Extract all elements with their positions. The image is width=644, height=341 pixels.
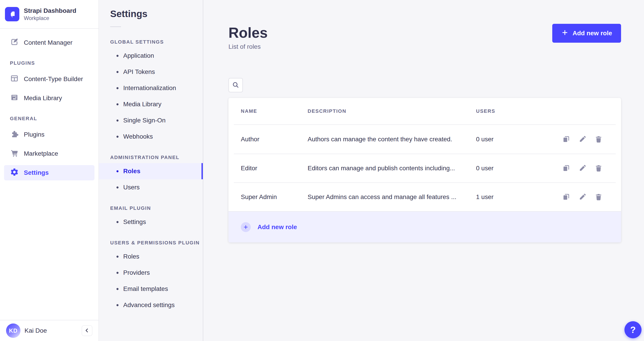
table-row-editor[interactable]: Editor Editors can manage and publish co… — [234, 154, 616, 182]
subnav-item-label: Webhooks — [123, 133, 153, 140]
strapi-logo-icon — [5, 7, 19, 21]
sidebar-item-label: Media Library — [24, 95, 62, 102]
subnav-item-label: Media Library — [123, 101, 162, 108]
subnav-item-label: Providers — [123, 269, 150, 276]
section-label-plugins: PLUGINS — [10, 60, 94, 66]
column-header-name: NAME — [234, 108, 308, 114]
plus-icon — [561, 29, 568, 38]
toolbar — [228, 78, 621, 92]
trash-icon — [594, 164, 603, 172]
media-library-icon — [10, 93, 19, 104]
help-button[interactable]: ? — [624, 321, 642, 338]
table-footer-label: Add new role — [258, 224, 297, 231]
add-new-role-button[interactable]: Add new role — [552, 24, 621, 43]
user-avatar[interactable]: KD — [6, 324, 20, 338]
sidebar-item-media-library[interactable]: Media Library — [4, 90, 94, 106]
subnav-item-roles-admin[interactable]: Roles — [99, 163, 203, 179]
subnav-section-global-settings: GLOBAL SETTINGS Application API Tokens I… — [99, 39, 203, 145]
cart-icon — [10, 148, 19, 159]
table-row-super-admin[interactable]: Super Admin Super Admins can access and … — [234, 182, 616, 211]
subnav-item-advanced-settings[interactable]: Advanced settings — [99, 297, 203, 313]
delete-role-button[interactable] — [594, 164, 603, 172]
subnav-item-email-templates[interactable]: Email templates — [99, 281, 203, 297]
section-label-general: GENERAL — [10, 116, 94, 121]
main-nav-list: Content Manager PLUGINS Content-Type Bui… — [0, 29, 98, 180]
column-header-users: USERS — [476, 108, 562, 114]
duplicate-icon — [562, 164, 570, 172]
gear-icon — [10, 168, 19, 178]
brand-title: Strapi Dashboard — [24, 7, 76, 14]
plus-circle-icon — [241, 222, 251, 232]
subnav-item-application[interactable]: Application — [99, 48, 203, 64]
column-header-description: DESCRIPTION — [308, 108, 476, 114]
sidebar-item-label: Content Manager — [24, 39, 72, 46]
sidebar-item-label: Content-Type Builder — [24, 75, 83, 83]
subnav-section-label: USERS & PERMISSIONS PLUGIN — [110, 240, 203, 246]
subnav-item-label: Internationalization — [123, 84, 176, 92]
role-name-cell: Editor — [234, 165, 308, 172]
role-users-cell: 0 user — [476, 165, 562, 172]
subnav-item-api-tokens[interactable]: API Tokens — [99, 64, 203, 80]
subnav-item-roles-up[interactable]: Roles — [99, 249, 203, 265]
brand[interactable]: Strapi Dashboard Workplace — [0, 0, 98, 29]
subnav-item-label: Single Sign-On — [123, 117, 166, 124]
role-description-cell: Super Admins can access and manage all f… — [308, 193, 476, 201]
edit-role-button[interactable] — [578, 164, 586, 172]
search-icon — [232, 81, 240, 89]
role-description-cell: Editors can manage and publish contents … — [308, 165, 476, 172]
sidebar-item-plugins[interactable]: Plugins — [4, 127, 94, 142]
subnav-item-label: API Tokens — [123, 68, 155, 75]
subnav-item-webhooks[interactable]: Webhooks — [99, 128, 203, 145]
subnav-item-single-sign-on[interactable]: Single Sign-On — [99, 112, 203, 128]
pencil-icon — [578, 193, 586, 201]
subnav-item-providers[interactable]: Providers — [99, 265, 203, 281]
sidebar-item-marketplace[interactable]: Marketplace — [4, 146, 94, 161]
subnav-section-email-plugin: EMAIL PLUGIN Settings — [99, 205, 203, 230]
subnav-title: Settings — [110, 8, 203, 19]
duplicate-role-button[interactable] — [562, 193, 570, 201]
edit-role-button[interactable] — [578, 135, 586, 143]
subnav-item-label: Advanced settings — [123, 302, 175, 309]
subnav-item-label: Settings — [123, 218, 146, 226]
subnav-item-users[interactable]: Users — [99, 179, 203, 195]
sidebar-item-content-type-builder[interactable]: Content-Type Builder — [4, 71, 94, 87]
duplicate-role-button[interactable] — [562, 135, 570, 143]
subnav-divider — [110, 26, 121, 27]
sidebar-item-settings[interactable]: Settings — [4, 165, 94, 180]
subnav-section-users-permissions: USERS & PERMISSIONS PLUGIN Roles Provide… — [99, 240, 203, 313]
sidebar-item-label: Plugins — [24, 131, 44, 138]
app-sidebar: Strapi Dashboard Workplace Content Manag… — [0, 0, 99, 341]
chevron-left-icon — [84, 327, 90, 334]
role-description-cell: Authors can manage the content they have… — [308, 136, 476, 143]
puzzle-icon — [10, 129, 19, 140]
subnav-item-email-settings[interactable]: Settings — [99, 214, 203, 230]
delete-role-button[interactable] — [594, 135, 603, 143]
sidebar-footer: KD Kai Doe — [0, 320, 98, 341]
table-header-row: NAME DESCRIPTION USERS — [234, 98, 616, 125]
roles-table-card: NAME DESCRIPTION USERS Author Authors ca… — [228, 98, 621, 242]
subnav-item-label: Users — [123, 184, 140, 191]
brand-subtitle: Workplace — [24, 15, 76, 21]
main-content: Roles List of roles Add new role — [203, 0, 644, 341]
content-manager-icon — [10, 37, 19, 48]
subnav-item-label: Email templates — [123, 285, 168, 293]
page-header: Roles List of roles Add new role — [228, 24, 621, 50]
search-button[interactable] — [228, 78, 243, 92]
page-subtitle: List of roles — [228, 43, 268, 50]
table-row-author[interactable]: Author Authors can manage the content th… — [234, 125, 616, 154]
edit-role-button[interactable] — [578, 193, 586, 201]
trash-icon — [594, 193, 603, 201]
subnav-section-administration-panel: ADMINISTRATION PANEL Roles Users — [99, 155, 203, 195]
subnav-item-internationalization[interactable]: Internationalization — [99, 80, 203, 96]
duplicate-role-button[interactable] — [562, 164, 570, 172]
sidebar-item-label: Settings — [24, 169, 48, 176]
table-footer-add-role-button[interactable]: Add new role — [228, 211, 621, 242]
duplicate-icon — [562, 135, 570, 143]
role-users-cell: 1 user — [476, 193, 562, 201]
subnav-item-label: Roles — [123, 253, 140, 260]
subnav-item-media-library[interactable]: Media Library — [99, 96, 203, 112]
collapse-sidebar-button[interactable] — [82, 325, 92, 336]
pencil-icon — [578, 164, 586, 172]
sidebar-item-content-manager[interactable]: Content Manager — [4, 35, 94, 50]
delete-role-button[interactable] — [594, 193, 603, 201]
